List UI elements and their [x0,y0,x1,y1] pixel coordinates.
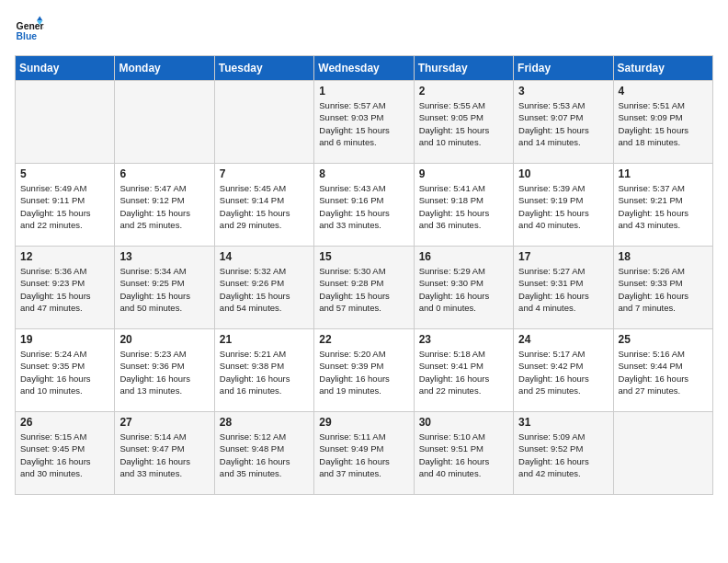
calendar-cell: 31Sunrise: 5:09 AMSunset: 9:52 PMDayligh… [514,412,613,495]
day-number: 26 [20,416,109,429]
day-number: 28 [220,416,309,429]
calendar-cell: 6Sunrise: 5:47 AMSunset: 9:12 PMDaylight… [115,164,214,247]
col-header-thursday: Thursday [414,56,513,81]
week-row-2: 5Sunrise: 5:49 AMSunset: 9:11 PMDaylight… [16,164,713,247]
day-number: 31 [518,416,608,429]
calendar-cell: 30Sunrise: 5:10 AMSunset: 9:51 PMDayligh… [414,412,513,495]
week-row-4: 19Sunrise: 5:24 AMSunset: 9:35 PMDayligh… [16,329,713,412]
day-number: 7 [220,167,309,180]
cell-content: Sunrise: 5:37 AMSunset: 9:21 PMDaylight:… [619,182,708,231]
day-number: 21 [220,333,309,346]
col-header-saturday: Saturday [613,56,712,81]
calendar-cell: 11Sunrise: 5:37 AMSunset: 9:21 PMDayligh… [613,164,712,247]
calendar-cell: 21Sunrise: 5:21 AMSunset: 9:38 PMDayligh… [214,329,313,412]
cell-content: Sunrise: 5:16 AMSunset: 9:44 PMDaylight:… [619,348,708,396]
day-number: 6 [119,167,209,180]
day-number: 14 [220,250,309,263]
calendar-cell: 16Sunrise: 5:29 AMSunset: 9:30 PMDayligh… [414,247,513,329]
cell-content: Sunrise: 5:55 AMSunset: 9:05 PMDaylight:… [419,99,508,148]
cell-content: Sunrise: 5:45 AMSunset: 9:14 PMDaylight:… [220,182,309,231]
calendar-cell: 14Sunrise: 5:32 AMSunset: 9:26 PMDayligh… [214,247,313,329]
cell-content: Sunrise: 5:51 AMSunset: 9:09 PMDaylight:… [619,99,708,148]
header-row: SundayMondayTuesdayWednesdayThursdayFrid… [16,56,713,81]
calendar-cell: 23Sunrise: 5:18 AMSunset: 9:41 PMDayligh… [414,329,513,412]
day-number: 13 [119,250,209,263]
cell-content: Sunrise: 5:53 AMSunset: 9:07 PMDaylight:… [518,99,608,148]
day-number: 11 [619,167,708,180]
calendar-cell: 8Sunrise: 5:43 AMSunset: 9:16 PMDaylight… [314,164,414,247]
svg-marker-2 [37,17,42,21]
cell-content: Sunrise: 5:10 AMSunset: 9:51 PMDaylight:… [419,431,508,479]
day-number: 17 [518,250,608,263]
calendar-cell: 1Sunrise: 5:57 AMSunset: 9:03 PMDaylight… [314,81,414,164]
cell-content: Sunrise: 5:27 AMSunset: 9:31 PMDaylight:… [518,265,608,314]
day-number: 16 [419,250,508,263]
cell-content: Sunrise: 5:57 AMSunset: 9:03 PMDaylight:… [319,99,408,148]
col-header-friday: Friday [514,56,613,81]
calendar-cell [115,81,214,164]
calendar-cell: 2Sunrise: 5:55 AMSunset: 9:05 PMDaylight… [414,81,513,164]
day-number: 2 [419,85,508,98]
day-number: 20 [119,333,209,346]
day-number: 25 [619,333,708,346]
cell-content: Sunrise: 5:14 AMSunset: 9:47 PMDaylight:… [119,431,209,479]
calendar-cell: 10Sunrise: 5:39 AMSunset: 9:19 PMDayligh… [514,164,613,247]
calendar-cell: 4Sunrise: 5:51 AMSunset: 9:09 PMDaylight… [613,81,712,164]
cell-content: Sunrise: 5:32 AMSunset: 9:26 PMDaylight:… [220,265,309,314]
calendar-cell: 7Sunrise: 5:45 AMSunset: 9:14 PMDaylight… [214,164,313,247]
day-number: 15 [319,250,408,263]
col-header-monday: Monday [115,56,214,81]
cell-content: Sunrise: 5:15 AMSunset: 9:45 PMDaylight:… [20,431,109,479]
logo: General Blue [15,15,44,44]
cell-content: Sunrise: 5:39 AMSunset: 9:19 PMDaylight:… [518,182,608,231]
calendar-cell: 13Sunrise: 5:34 AMSunset: 9:25 PMDayligh… [115,247,214,329]
svg-text:Blue: Blue [17,31,38,41]
col-header-sunday: Sunday [16,56,115,81]
day-number: 18 [619,250,708,263]
cell-content: Sunrise: 5:18 AMSunset: 9:41 PMDaylight:… [419,348,508,396]
cell-content: Sunrise: 5:12 AMSunset: 9:48 PMDaylight:… [220,431,309,479]
calendar-cell: 25Sunrise: 5:16 AMSunset: 9:44 PMDayligh… [613,329,712,412]
day-number: 1 [319,85,408,98]
calendar-cell: 19Sunrise: 5:24 AMSunset: 9:35 PMDayligh… [16,329,115,412]
cell-content: Sunrise: 5:47 AMSunset: 9:12 PMDaylight:… [119,182,209,231]
week-row-1: 1Sunrise: 5:57 AMSunset: 9:03 PMDaylight… [16,81,713,164]
calendar-cell [613,412,712,495]
day-number: 10 [518,167,608,180]
cell-content: Sunrise: 5:20 AMSunset: 9:39 PMDaylight:… [319,348,408,396]
col-header-tuesday: Tuesday [214,56,313,81]
calendar-cell: 26Sunrise: 5:15 AMSunset: 9:45 PMDayligh… [16,412,115,495]
calendar-cell: 9Sunrise: 5:41 AMSunset: 9:18 PMDaylight… [414,164,513,247]
calendar-cell: 5Sunrise: 5:49 AMSunset: 9:11 PMDaylight… [16,164,115,247]
cell-content: Sunrise: 5:26 AMSunset: 9:33 PMDaylight:… [619,265,708,314]
day-number: 9 [419,167,508,180]
day-number: 30 [419,416,508,429]
day-number: 8 [319,167,408,180]
cell-content: Sunrise: 5:21 AMSunset: 9:38 PMDaylight:… [220,348,309,396]
calendar-cell: 29Sunrise: 5:11 AMSunset: 9:49 PMDayligh… [314,412,414,495]
day-number: 19 [20,333,109,346]
cell-content: Sunrise: 5:49 AMSunset: 9:11 PMDaylight:… [20,182,109,231]
day-number: 27 [119,416,209,429]
day-number: 29 [319,416,408,429]
day-number: 24 [518,333,608,346]
cell-content: Sunrise: 5:09 AMSunset: 9:52 PMDaylight:… [518,431,608,479]
cell-content: Sunrise: 5:23 AMSunset: 9:36 PMDaylight:… [119,348,209,396]
col-header-wednesday: Wednesday [314,56,414,81]
cell-content: Sunrise: 5:24 AMSunset: 9:35 PMDaylight:… [20,348,109,396]
day-number: 23 [419,333,508,346]
calendar-cell [16,81,115,164]
week-row-5: 26Sunrise: 5:15 AMSunset: 9:45 PMDayligh… [16,412,713,495]
calendar-cell: 27Sunrise: 5:14 AMSunset: 9:47 PMDayligh… [115,412,214,495]
calendar-cell: 24Sunrise: 5:17 AMSunset: 9:42 PMDayligh… [514,329,613,412]
cell-content: Sunrise: 5:41 AMSunset: 9:18 PMDaylight:… [419,182,508,231]
cell-content: Sunrise: 5:29 AMSunset: 9:30 PMDaylight:… [419,265,508,314]
week-row-3: 12Sunrise: 5:36 AMSunset: 9:23 PMDayligh… [16,247,713,329]
cell-content: Sunrise: 5:36 AMSunset: 9:23 PMDaylight:… [20,265,109,314]
calendar-table: SundayMondayTuesdayWednesdayThursdayFrid… [15,55,713,495]
calendar-cell: 20Sunrise: 5:23 AMSunset: 9:36 PMDayligh… [115,329,214,412]
calendar-cell [214,81,313,164]
calendar-cell: 22Sunrise: 5:20 AMSunset: 9:39 PMDayligh… [314,329,414,412]
logo-icon: General Blue [15,15,44,44]
calendar-cell: 28Sunrise: 5:12 AMSunset: 9:48 PMDayligh… [214,412,313,495]
